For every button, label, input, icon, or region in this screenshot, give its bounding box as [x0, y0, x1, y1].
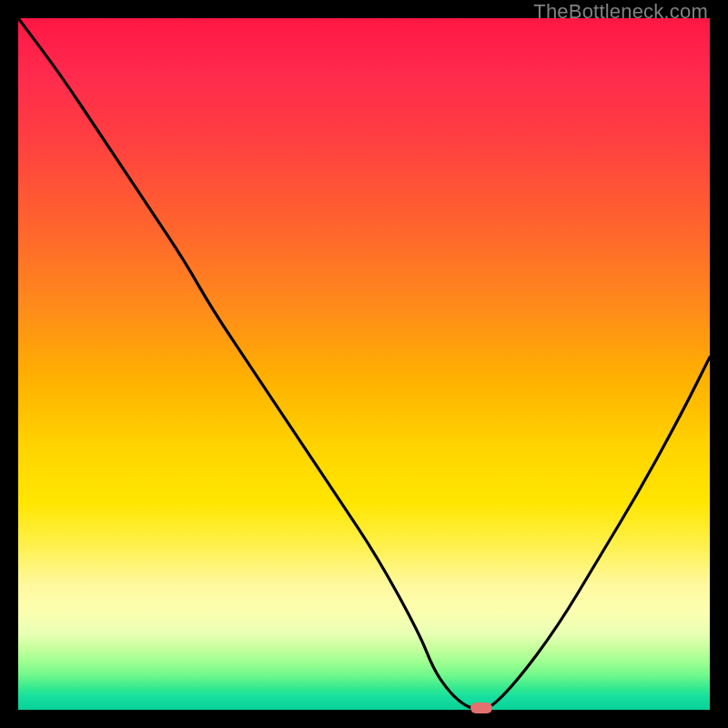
- chart-frame: TheBottleneck.com: [0, 0, 728, 728]
- plot-area: [18, 18, 710, 710]
- curve-path: [18, 18, 710, 710]
- bottleneck-curve: [18, 18, 710, 710]
- optimal-marker: [470, 703, 492, 713]
